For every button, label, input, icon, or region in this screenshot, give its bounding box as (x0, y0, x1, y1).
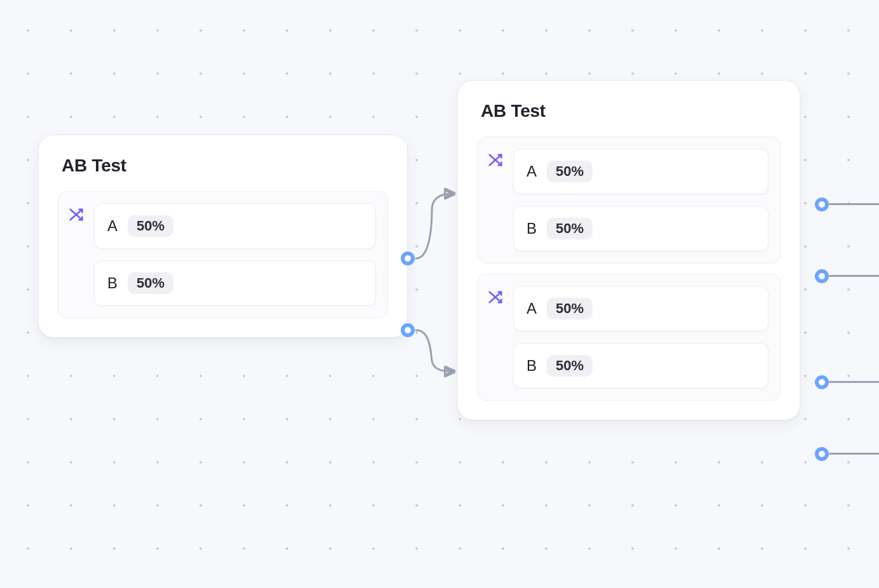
output-port[interactable] (815, 447, 829, 461)
output-port[interactable] (815, 269, 829, 283)
edges-layer (0, 0, 879, 588)
edge-stub (829, 203, 879, 205)
output-port[interactable] (401, 251, 415, 265)
flow-canvas[interactable]: AB Test A 50% B 50% AB Tes (0, 0, 879, 588)
output-port[interactable] (401, 323, 415, 337)
output-port[interactable] (815, 375, 829, 389)
output-port[interactable] (815, 197, 829, 211)
edge-stub (829, 275, 879, 277)
edge-stub (829, 381, 879, 383)
edge-stub (829, 453, 879, 455)
